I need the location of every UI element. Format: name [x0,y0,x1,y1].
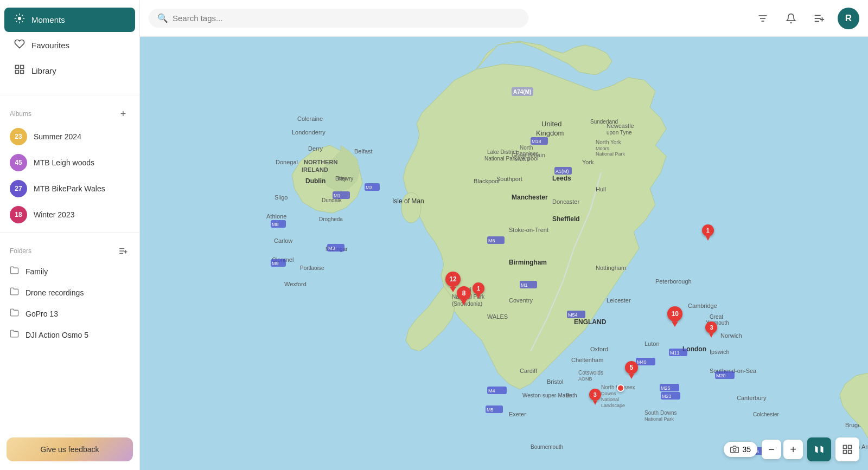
map-pin-10[interactable]: 10 [667,306,682,327]
svg-text:NORTHERN: NORTHERN [304,159,337,165]
folders-section-header: Folders [0,239,139,261]
svg-text:Donegal: Donegal [276,159,298,165]
map-container[interactable]: United Kingdom Blackpool Manchester Leed… [140,37,868,470]
photo-counter: 35 [724,442,757,457]
map-pin-8[interactable]: 8 [457,286,471,305]
svg-text:M23: M23 [662,394,672,399]
svg-text:Downs: Downs [601,391,616,396]
sidebar-item-library[interactable]: Library [4,59,135,83]
svg-text:M3: M3 [366,185,373,190]
svg-point-147 [733,448,736,451]
svg-text:Cambridge: Cambridge [688,302,717,309]
svg-text:M40: M40 [637,359,647,365]
map-pin-1a[interactable]: 1 [473,282,484,299]
svg-text:ENGLAND: ENGLAND [574,318,607,326]
svg-text:Antwerp: Antwerp [861,443,868,450]
pin-count-1b: 1 [702,224,714,236]
svg-text:M1: M1 [521,282,528,288]
feedback-button[interactable]: Give us feedback [7,437,133,461]
sidebar-spacer [0,345,139,437]
map-pin-1b[interactable]: 1 [702,224,714,241]
filter-button[interactable] [753,9,773,28]
svg-text:Sheffield: Sheffield [552,215,580,223]
svg-rect-11 [16,70,19,74]
map-view-button[interactable] [807,437,831,461]
svg-text:M25: M25 [661,385,671,391]
svg-text:Derry: Derry [308,145,323,152]
sidebar-item-library-label: Library [31,66,56,75]
grid-view-button[interactable] [835,437,859,461]
folder-dji[interactable]: DJI Action Osmo 5 [0,324,139,345]
album-mtb-leigh[interactable]: 45 MTB Leigh woods [0,150,139,176]
album-label-leigh: MTB Leigh woods [34,158,94,167]
svg-text:M18: M18 [532,139,541,144]
svg-text:Isle of Man: Isle of Man [392,197,424,205]
sidebar-nav: Moments Favourites Library [0,0,139,91]
search-box[interactable]: 🔍 [149,9,528,28]
topbar-right: R [753,8,859,29]
svg-text:Doncaster: Doncaster [552,198,579,205]
svg-text:Peterborough: Peterborough [655,278,692,285]
map-pin-3a[interactable]: 3 [705,321,717,338]
pin-count-3b: 3 [589,389,601,401]
svg-text:Stoke-on-Trent: Stoke-on-Trent [509,227,548,233]
svg-point-8 [18,17,21,20]
grid-view-icon [842,444,853,455]
folder-gopro[interactable]: GoPro 13 [0,303,139,324]
svg-text:Londonderry: Londonderry [292,129,326,136]
svg-text:Birmingham: Birmingham [509,259,547,266]
svg-text:Cardiff: Cardiff [520,368,538,374]
add-queue-button[interactable] [809,9,829,28]
album-mtb-bikepark[interactable]: 27 MTB BikePark Wales [0,176,139,202]
svg-text:Carlow: Carlow [274,237,292,244]
library-icon [14,64,25,78]
svg-text:United: United [541,120,562,128]
svg-text:Ipswich: Ipswich [710,349,730,355]
pin-count-8: 8 [457,286,471,300]
notification-button[interactable] [781,9,801,28]
svg-text:Dublin: Dublin [305,177,326,185]
svg-text:Southport: Southport [496,176,522,182]
folder-label-gopro: GoPro 13 [25,310,58,318]
folder-label-dji: DJI Action Osmo 5 [25,331,88,339]
svg-text:Colchester: Colchester [753,411,779,417]
avatar[interactable]: R [838,8,859,29]
zoom-in-button[interactable]: + [783,440,803,459]
search-input[interactable] [173,14,520,23]
map-pin-london-dot[interactable] [617,384,624,392]
map-controls: 35 − + [724,437,859,461]
album-winter-2023[interactable]: 18 Winter 2023 [0,202,139,228]
svg-text:Canterbury: Canterbury [737,395,767,401]
sidebar-item-moments[interactable]: Moments [4,8,135,32]
svg-text:Leicester: Leicester [607,297,631,304]
svg-text:Pennines: Pennines [516,151,539,157]
album-badge-winter: 18 [10,206,27,223]
folder-drone[interactable]: Drone recordings [0,282,139,303]
zoom-out-button[interactable]: − [762,440,781,459]
pin-count-1a: 1 [473,282,484,294]
add-folder-button[interactable] [117,244,130,257]
svg-text:National Park: National Park [596,151,626,157]
albums-section-header: Albums + [0,102,139,124]
svg-text:South Downs: South Downs [644,410,676,416]
svg-rect-149 [848,446,852,449]
albums-title: Albums [10,110,31,118]
svg-text:Moors: Moors [596,146,610,151]
svg-text:North York: North York [596,139,622,145]
svg-text:A1(M): A1(M) [556,169,569,174]
svg-text:Bournemouth: Bournemouth [531,444,563,450]
map-pin-5[interactable]: 5 [625,361,638,379]
map-pin-3b[interactable]: 3 [589,389,601,405]
album-badge-leigh: 45 [10,154,27,171]
divider-2 [0,232,139,233]
add-album-button[interactable]: + [117,107,130,120]
album-summer-2024[interactable]: 23 Summer 2024 [0,124,139,150]
folder-icon-dji [10,329,19,340]
folder-icon-family [10,266,19,277]
folder-icon-gopro [10,308,19,319]
svg-text:Portlaoise: Portlaoise [300,265,324,271]
folder-family[interactable]: Family [0,261,139,282]
svg-text:Norwich: Norwich [720,332,742,339]
svg-text:Luton: Luton [644,340,660,347]
sidebar-item-favourites[interactable]: Favourites [4,33,135,57]
